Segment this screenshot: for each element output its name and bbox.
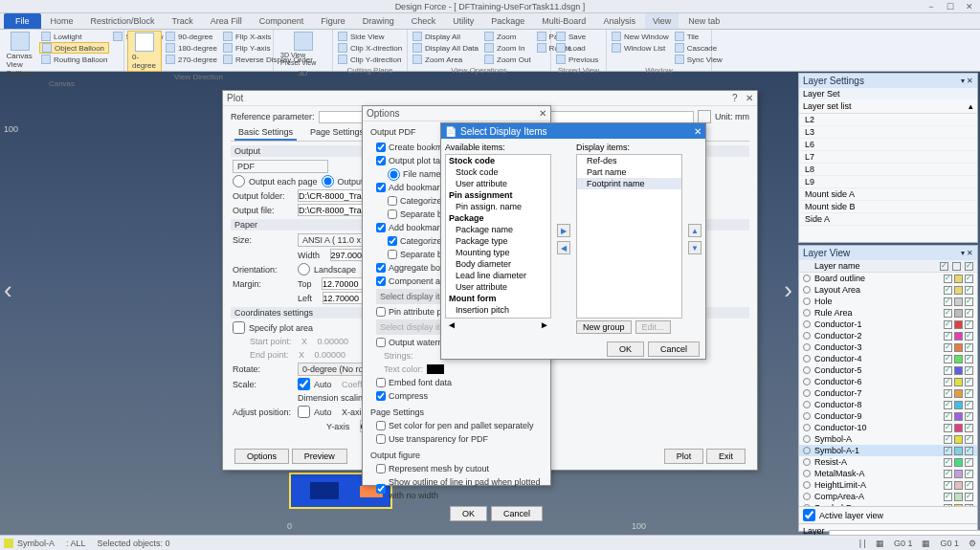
tab-drawing[interactable]: Drawing: [355, 13, 402, 29]
landscape-radio[interactable]: [298, 263, 310, 275]
panel-dropdown-icon[interactable]: ▾ ✕: [961, 77, 973, 85]
layer-view-row[interactable]: Board outline: [799, 273, 977, 284]
tab-areafill[interactable]: Area Fill: [203, 13, 250, 29]
watermark-check[interactable]: [376, 338, 386, 347]
tab-package[interactable]: Package: [483, 13, 532, 29]
layer-view-row[interactable]: Resist-A: [799, 456, 977, 468]
status-settings-icon[interactable]: ⚙: [969, 539, 976, 548]
layer-view-row[interactable]: CompArea-A: [799, 491, 977, 502]
options-ok-button[interactable]: OK: [450, 506, 487, 521]
mesh-check[interactable]: [376, 464, 386, 473]
object-balloon-button[interactable]: Object Balloon: [39, 42, 109, 54]
options-cancel-button[interactable]: Cancel: [491, 506, 543, 521]
pinattr-check[interactable]: [376, 307, 386, 317]
available-item[interactable]: Package name: [446, 224, 550, 235]
compattr-check[interactable]: [376, 276, 386, 286]
layer-set-row[interactable]: Mount side B: [799, 201, 977, 213]
layer-view-row[interactable]: Conductor-6: [799, 376, 977, 387]
display-item[interactable]: Part name: [577, 166, 681, 178]
tab-new[interactable]: New tab: [680, 13, 727, 29]
display-all-data-button[interactable]: Display All Data: [411, 42, 480, 54]
tab-component[interactable]: Component: [252, 13, 312, 29]
grid-icon-2[interactable]: ▦: [922, 539, 930, 548]
specify-plot-area-check[interactable]: [233, 321, 245, 334]
available-item[interactable]: Package type: [446, 235, 550, 247]
minimize-icon[interactable]: −: [923, 1, 940, 12]
tab-analysis[interactable]: Analysis: [595, 13, 643, 29]
compress-check[interactable]: [376, 391, 386, 401]
layer-view-row[interactable]: Symbol-B: [799, 502, 977, 506]
preview-button[interactable]: Preview: [292, 449, 347, 464]
tab-figure[interactable]: Figure: [313, 13, 353, 29]
layer-view-row[interactable]: Conductor-7: [799, 387, 977, 399]
sep2-check[interactable]: [388, 250, 397, 259]
0-degree-button[interactable]: 0-degree: [127, 31, 162, 72]
output-target-check[interactable]: [376, 156, 386, 165]
270-degree-button[interactable]: 270-degree: [164, 54, 219, 65]
exit-button[interactable]: Exit: [706, 449, 746, 464]
sdi-cancel-button[interactable]: Cancel: [648, 341, 700, 357]
lowlight-button[interactable]: Lowlight: [39, 31, 109, 42]
nav-left-icon[interactable]: ‹: [4, 275, 12, 305]
nav-right-icon[interactable]: ›: [784, 275, 792, 305]
tab-view[interactable]: View: [645, 13, 679, 29]
available-item[interactable]: Insertion pitch: [446, 304, 550, 316]
save-view-button[interactable]: Save: [554, 31, 600, 42]
3d-preset-button[interactable]: 3D View Preset View: [277, 31, 329, 68]
scroll-left-icon[interactable]: ◄: [447, 319, 457, 330]
routing-balloon-button[interactable]: Routing Balloon: [39, 54, 109, 65]
layer-view-row[interactable]: Layout Area: [799, 284, 977, 296]
available-items-list[interactable]: Stock codeStock codeUser attributePin as…: [445, 154, 551, 319]
text-color-swatch[interactable]: [427, 364, 444, 374]
sep1-check[interactable]: [388, 209, 397, 219]
output-all-radio[interactable]: [322, 175, 334, 187]
edit-button[interactable]: Edit...: [635, 320, 671, 334]
90-degree-button[interactable]: 90-degree: [164, 31, 219, 42]
tab-page-settings[interactable]: Page Settings: [306, 125, 368, 141]
refparam-browse-icon[interactable]: [698, 110, 711, 123]
sync-view-button[interactable]: Sync View: [673, 54, 724, 65]
canvas-view-settings[interactable]: Canvas View Settings: [3, 31, 37, 78]
output-each-radio[interactable]: [233, 175, 245, 187]
tab-utility[interactable]: Utility: [445, 13, 481, 29]
sdi-ok-button[interactable]: OK: [607, 341, 644, 357]
tab-check[interactable]: Check: [404, 13, 444, 29]
load-view-button[interactable]: Load: [554, 42, 600, 54]
layer-view-row[interactable]: Conductor-9: [799, 410, 977, 422]
layer-view-row[interactable]: Symbol-A: [799, 433, 977, 445]
layer-set-row[interactable]: L7: [799, 151, 977, 164]
display-items-list[interactable]: Ref-desPart nameFootprint name: [576, 154, 682, 319]
layer-set-sort-icon[interactable]: ▴: [969, 101, 973, 111]
available-item[interactable]: Mounting type: [446, 247, 550, 258]
layer-set-row[interactable]: L6: [799, 139, 977, 151]
tab-track[interactable]: Track: [165, 13, 201, 29]
layer-set-row[interactable]: Side A: [799, 213, 977, 226]
display-item[interactable]: Footprint name: [577, 178, 681, 189]
layer-view-row[interactable]: Conductor-4: [799, 353, 977, 364]
layer-view-row[interactable]: Conductor-2: [799, 330, 977, 341]
tile-button[interactable]: Tile: [673, 31, 724, 42]
move-up-icon[interactable]: ▲: [688, 224, 702, 237]
available-item[interactable]: Lead line diameter: [446, 270, 550, 281]
zoom-area-button[interactable]: Zoom Area: [411, 54, 480, 65]
layer-view-row[interactable]: Conductor-10: [799, 422, 977, 433]
layer-set-row[interactable]: L3: [799, 126, 977, 139]
tab-restriction[interactable]: Restriction/Block: [83, 13, 163, 29]
layer-set-row[interactable]: L9: [799, 176, 977, 188]
sdi-close-icon[interactable]: ✕: [694, 126, 702, 137]
layer-view-row[interactable]: Symbol-A-1: [799, 445, 977, 456]
layer-view-row[interactable]: HeightLimit-A: [799, 479, 977, 491]
display-all-button[interactable]: Display All: [411, 31, 480, 42]
available-item[interactable]: Stock code: [446, 166, 550, 178]
embed-font-check[interactable]: [376, 378, 386, 387]
available-item[interactable]: Body diameter: [446, 258, 550, 270]
available-item[interactable]: Pin assign. name: [446, 201, 550, 212]
outline-check[interactable]: [376, 484, 386, 494]
options-button[interactable]: Options: [234, 449, 289, 464]
clip-y-button[interactable]: Clip Y-direction: [336, 54, 404, 65]
zoom-button[interactable]: Zoom: [482, 31, 533, 42]
panel-dropdown-icon[interactable]: ▾ ✕: [961, 249, 973, 257]
layer-view-row[interactable]: Conductor-8: [799, 399, 977, 410]
scale-auto-check[interactable]: [298, 378, 310, 390]
side-view-button[interactable]: Side View: [336, 31, 404, 42]
